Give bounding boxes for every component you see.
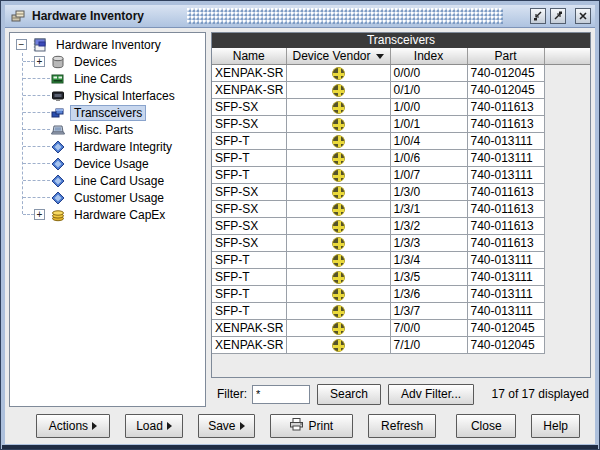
titlebar-texture	[187, 8, 503, 24]
cell-index: 1/3/4	[390, 251, 467, 268]
table-row[interactable]: XENPAK-SR0/1/0740-012045	[212, 81, 590, 98]
button-label: Print	[308, 419, 333, 433]
search-button[interactable]: Search	[317, 384, 381, 405]
tree-item-hardware-capex[interactable]: +Hardware CapEx	[10, 206, 205, 223]
cell-filler	[544, 132, 590, 149]
cell-index: 1/3/2	[390, 217, 467, 234]
adv-filter-button[interactable]: Adv Filter...	[388, 384, 474, 405]
cell-device-vendor	[286, 285, 390, 302]
tree-item-device-usage[interactable]: Device Usage	[10, 155, 205, 172]
tree-item-line-cards[interactable]: Line Cards	[10, 70, 205, 87]
tree-item-customer-usage[interactable]: Customer Usage	[10, 189, 205, 206]
table-row[interactable]: SFP-T1/3/4740-013111	[212, 251, 590, 268]
column-header-device-vendor[interactable]: Device Vendor	[286, 48, 390, 64]
sort-desc-icon	[376, 54, 384, 59]
vendor-logo-icon	[332, 135, 345, 148]
table-row[interactable]: SFP-T1/0/6740-013111	[212, 149, 590, 166]
tree-item-label: Customer Usage	[70, 190, 168, 206]
tree-item-transceivers[interactable]: Transceivers	[10, 104, 205, 121]
cell-name: XENPAK-SR	[212, 81, 286, 98]
table-header-row: Name Device Vendor Index Part	[212, 48, 590, 64]
tree-item-line-card-usage[interactable]: Line Card Usage	[10, 172, 205, 189]
table-row[interactable]: SFP-T1/0/7740-013111	[212, 166, 590, 183]
vendor-logo-icon	[332, 203, 345, 216]
close-button[interactable]	[575, 8, 591, 24]
table-row[interactable]: XENPAK-SR7/0/0740-012045	[212, 319, 590, 336]
transceivers-icon	[50, 105, 66, 121]
table-row[interactable]: XENPAK-SR7/1/0740-012045	[212, 336, 590, 353]
cell-filler	[544, 336, 590, 353]
cell-device-vendor	[286, 217, 390, 234]
cell-device-vendor	[286, 166, 390, 183]
column-header-index[interactable]: Index	[390, 48, 467, 64]
cell-device-vendor	[286, 98, 390, 115]
report-icon	[50, 156, 66, 172]
table-row[interactable]: SFP-SX1/0/0740-011613	[212, 98, 590, 115]
expand-toggle-icon[interactable]: +	[34, 209, 45, 220]
cell-index: 7/1/0	[390, 336, 467, 353]
titlebar[interactable]: Hardware Inventory	[5, 5, 595, 28]
cell-part: 740-013111	[467, 285, 544, 302]
hardware-tree: −Hardware Inventory+DevicesLine CardsPhy…	[9, 32, 206, 407]
tree-item-devices[interactable]: +Devices	[10, 53, 205, 70]
table-row[interactable]: SFP-SX1/3/0740-011613	[212, 183, 590, 200]
tree-item-label: Line Card Usage	[70, 173, 168, 189]
menu-arrow-icon	[167, 422, 172, 430]
column-header-part[interactable]: Part	[467, 48, 544, 64]
collapse-toggle-icon[interactable]: −	[16, 39, 27, 50]
cell-part: 740-013111	[467, 302, 544, 319]
table-row[interactable]: SFP-T1/0/4740-013111	[212, 132, 590, 149]
table-row[interactable]: SFP-SX1/3/1740-011613	[212, 200, 590, 217]
tree-item-hardware-integrity[interactable]: Hardware Integrity	[10, 138, 205, 155]
cell-part: 740-011613	[467, 115, 544, 132]
hardware-inventory-window: Hardware Inventory	[0, 0, 600, 450]
maximize-button[interactable]	[550, 8, 566, 24]
minimize-icon	[532, 10, 544, 22]
table-row[interactable]: XENPAK-SR0/0/0740-012045	[212, 64, 590, 81]
cell-name: XENPAK-SR	[212, 336, 286, 353]
tree-item-misc-parts[interactable]: Misc. Parts	[10, 121, 205, 138]
save-button[interactable]: Save	[198, 414, 254, 438]
cell-part: 740-011613	[467, 98, 544, 115]
cell-filler	[544, 268, 590, 285]
vendor-logo-icon	[332, 254, 345, 267]
cell-index: 1/3/0	[390, 183, 467, 200]
table-body: XENPAK-SR0/0/0740-012045XENPAK-SR0/1/074…	[212, 64, 590, 353]
tree-item-hardware-inventory[interactable]: −Hardware Inventory	[10, 36, 205, 53]
vendor-logo-icon	[332, 67, 345, 80]
print-button[interactable]: Print	[270, 414, 354, 438]
minimize-button[interactable]	[530, 8, 546, 24]
table-row[interactable]: SFP-SX1/0/1740-011613	[212, 115, 590, 132]
cell-name: SFP-T	[212, 166, 286, 183]
toggle-spacer	[34, 73, 45, 84]
cell-index: 1/0/0	[390, 98, 467, 115]
toggle-spacer	[34, 141, 45, 152]
table-row[interactable]: SFP-T1/3/5740-013111	[212, 268, 590, 285]
report-icon	[50, 139, 66, 155]
actions-button[interactable]: Actions	[36, 414, 110, 438]
close-dialog-button[interactable]: Close	[456, 414, 516, 438]
column-header-filler	[544, 48, 590, 64]
table-row[interactable]: SFP-T1/3/6740-013111	[212, 285, 590, 302]
table-row[interactable]: SFP-T1/3/7740-013111	[212, 302, 590, 319]
expand-toggle-icon[interactable]: +	[34, 56, 45, 67]
help-button[interactable]: Help	[531, 414, 580, 438]
cell-index: 0/1/0	[390, 81, 467, 98]
cell-part: 740-012045	[467, 64, 544, 81]
cell-name: SFP-SX	[212, 98, 286, 115]
cell-name: XENPAK-SR	[212, 319, 286, 336]
toggle-spacer	[34, 192, 45, 203]
cell-name: XENPAK-SR	[212, 64, 286, 81]
refresh-button[interactable]: Refresh	[368, 414, 436, 438]
table-row[interactable]: SFP-SX1/3/2740-011613	[212, 217, 590, 234]
cell-index: 1/3/5	[390, 268, 467, 285]
vendor-logo-icon	[332, 118, 345, 131]
cell-filler	[544, 166, 590, 183]
table-row[interactable]: SFP-SX1/3/3740-011613	[212, 234, 590, 251]
filter-input[interactable]	[252, 385, 310, 404]
report-icon	[50, 190, 66, 206]
vendor-logo-icon	[332, 305, 345, 318]
tree-item-physical-interfaces[interactable]: Physical Interfaces	[10, 87, 205, 104]
load-button[interactable]: Load	[125, 414, 183, 438]
column-header-name[interactable]: Name	[212, 48, 286, 64]
